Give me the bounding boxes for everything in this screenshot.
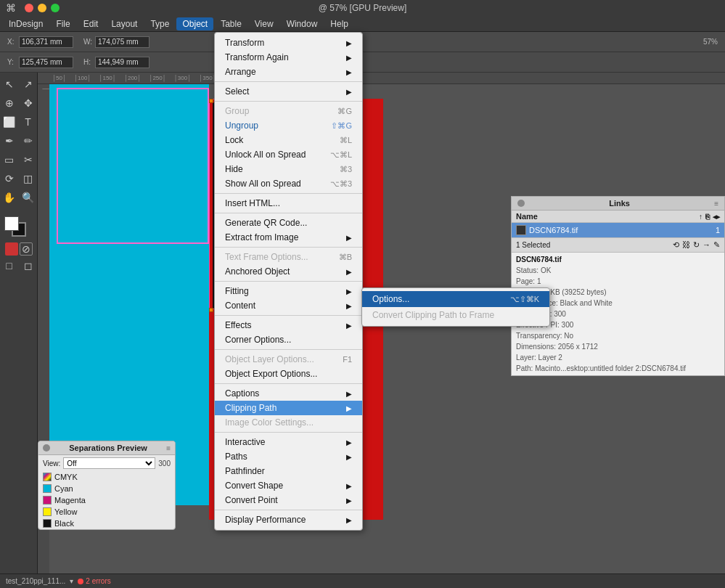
links-file-row[interactable]: DSCN6784.tif 1 (512, 223, 724, 237)
link-icon[interactable]: ⛓ (682, 240, 690, 250)
menu-item-transform-again[interactable]: Transform Again ▶ (215, 50, 362, 65)
y-input[interactable] (19, 57, 73, 68)
menu-item-display-perf[interactable]: Display Performance ▶ (215, 513, 362, 527)
links-menu-icon[interactable]: ≡ (714, 200, 718, 208)
sep-menu-icon[interactable]: ≡ (166, 444, 171, 452)
clipping-submenu: Options... ⌥⇧⌘K Convert Clipping Path to… (361, 287, 550, 327)
select-tool[interactable]: ↖ (1, 75, 18, 93)
menu-window[interactable]: Window (281, 17, 324, 30)
menu-view[interactable]: View (249, 17, 279, 30)
go-to-link-icon[interactable]: → (703, 240, 710, 250)
menu-help[interactable]: Help (324, 17, 354, 30)
close-button[interactable] (25, 4, 33, 12)
zoom-tool[interactable]: 🔍 (20, 189, 37, 206)
menu-item-paths[interactable]: Paths ▶ (215, 449, 362, 464)
edit-icon[interactable]: ✎ (713, 240, 720, 250)
menu-item-image-color[interactable]: Image Color Settings... (215, 415, 362, 430)
relink-icon[interactable]: ⟲ (673, 240, 679, 250)
menu-item-effects[interactable]: Effects ▶ (215, 318, 362, 332)
sep-magenta-label: Magenta (54, 496, 86, 505)
ruler-top: │50│ │100│ │150│ │200│ │250│ │300│ │350│ (38, 73, 725, 84)
menu-item-hide[interactable]: Hide ⌘3 (215, 162, 362, 176)
menu-item-object-layer[interactable]: Object Layer Options... F1 (215, 352, 362, 367)
gradient-tool[interactable]: ◫ (20, 170, 37, 187)
menu-bar: InDesign File Edit Layout Type Object Ta… (0, 16, 725, 32)
pen-tool[interactable]: ✒ (1, 132, 18, 150)
type-tool[interactable]: T (20, 113, 37, 131)
preview-mode[interactable]: ◻ (20, 257, 37, 274)
sep-view-select[interactable]: Off (63, 457, 155, 469)
handle-tl (209, 99, 213, 103)
menu-item-convert-point[interactable]: Convert Point ▶ (215, 493, 362, 507)
menu-item-content[interactable]: Content ▶ (215, 298, 362, 313)
menu-item-unlock-all[interactable]: Unlock All on Spread ⌥⌘L (215, 147, 362, 162)
rectangle-tool[interactable]: ▭ (1, 151, 18, 168)
fill-color[interactable] (4, 216, 19, 231)
menu-item-insert-html[interactable]: Insert HTML... (215, 196, 362, 211)
links-selected-bar: 1 Selected ⟲ ⛓ ↻ → ✎ (512, 237, 724, 253)
submenu-options[interactable]: Options... ⌥⇧⌘K (362, 291, 549, 307)
menu-edit[interactable]: Edit (78, 17, 105, 30)
menu-file[interactable]: File (50, 17, 75, 30)
h-input[interactable] (95, 57, 149, 68)
gap-tool[interactable]: ⊕ (1, 94, 18, 112)
sort-asc-icon[interactable]: ↑ (699, 213, 703, 221)
menu-item-interactive[interactable]: Interactive ▶ (215, 435, 362, 449)
none-color-btn[interactable]: ⊘ (20, 242, 33, 256)
menu-item-arrange[interactable]: Arrange ▶ (215, 65, 362, 79)
menu-item-convert-shape[interactable]: Convert Shape ▶ (215, 478, 362, 493)
menu-item-ungroup[interactable]: Ungroup ⇧⌘G (215, 118, 362, 133)
menu-item-select[interactable]: Select ▶ (215, 84, 362, 99)
detail-dimensions-row: Dimensions: 2056 x 1712 (516, 341, 720, 352)
menu-item-corner-options[interactable]: Corner Options... (215, 332, 362, 347)
menu-item-generate-qr[interactable]: Generate QR Code... (215, 216, 362, 230)
x-input[interactable] (19, 36, 73, 48)
menu-table[interactable]: Table (215, 17, 247, 30)
detail-status-row: Status: OK (516, 265, 720, 276)
links-close-btn[interactable] (517, 200, 525, 207)
w-label: W: (83, 38, 92, 46)
menu-item-lock[interactable]: Lock ⌘L (215, 133, 362, 147)
transform-arrow-icon: ▶ (346, 39, 352, 47)
free-transform-tool[interactable]: ⟳ (1, 170, 18, 187)
nav-right-icon[interactable]: ▸ (716, 213, 720, 221)
maximize-button[interactable] (51, 4, 60, 12)
menu-item-object-export[interactable]: Object Export Options... (215, 367, 362, 381)
menu-object[interactable]: Object (176, 17, 213, 30)
menu-item-extract-image[interactable]: Extract from Image ▶ (215, 230, 362, 245)
errors-indicator[interactable]: 2 errors (78, 577, 110, 585)
hand-tool[interactable]: ✋ (1, 189, 18, 206)
content-tool[interactable]: ✥ (20, 94, 37, 112)
menu-layout[interactable]: Layout (105, 17, 143, 30)
w-input[interactable] (95, 36, 149, 48)
update-icon[interactable]: ↻ (693, 240, 700, 250)
menu-item-captions[interactable]: Captions ▶ (215, 386, 362, 401)
menu-item-show-all[interactable]: Show All on Spread ⌥⌘3 (215, 176, 362, 191)
menu-type[interactable]: Type (144, 17, 175, 30)
x-label: X: (7, 38, 16, 46)
menu-item-unlock-all-label: Unlock All on Spread (225, 150, 306, 160)
menu-item-transform[interactable]: Transform ▶ (215, 36, 362, 50)
minimize-button[interactable] (38, 4, 46, 12)
menu-item-image-color-label: Image Color Settings... (225, 417, 314, 428)
convert-shape-arrow-icon: ▶ (346, 482, 352, 490)
apply-color-btn[interactable] (5, 242, 18, 256)
scissors-tool[interactable]: ✂ (20, 151, 37, 168)
menu-item-pathfinder[interactable]: Pathfinder (215, 464, 362, 478)
normal-mode[interactable]: □ (1, 257, 18, 274)
links-page-icon[interactable]: ⎘ (705, 213, 710, 221)
menu-item-fitting[interactable]: Fitting ▶ (215, 284, 362, 298)
menu-item-text-frame[interactable]: Text Frame Options... ⌘B (215, 250, 362, 264)
menu-item-anchored-object[interactable]: Anchored Object ▶ (215, 264, 362, 279)
sep-close-btn[interactable] (43, 444, 50, 452)
rectangle-frame-tool[interactable]: ⬜ (1, 113, 18, 131)
direct-select-tool[interactable]: ↗ (20, 75, 37, 93)
menu-item-anchored-object-label: Anchored Object (225, 266, 290, 277)
pencil-tool[interactable]: ✏ (20, 132, 37, 150)
menu-item-clipping-path[interactable]: Clipping Path ▶ (215, 401, 362, 415)
submenu-convert-to-frame[interactable]: Convert Clipping Path to Frame (362, 307, 549, 323)
extra-tools: ⊘ (5, 242, 33, 256)
sep-view-label: View: (43, 460, 60, 467)
menu-indesign[interactable]: InDesign (3, 17, 49, 30)
menu-item-group[interactable]: Group ⌘G (215, 104, 362, 118)
